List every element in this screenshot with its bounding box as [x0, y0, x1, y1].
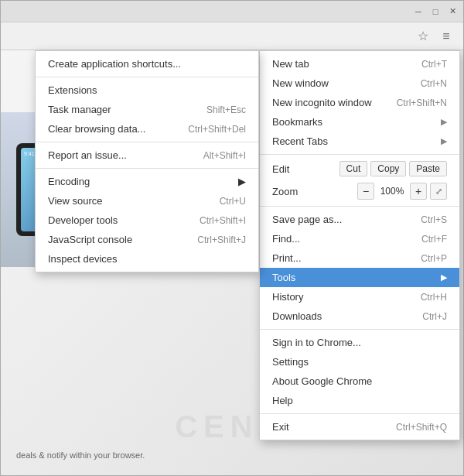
submenu-item-create-shortcuts[interactable]: Create application shortcuts...: [36, 54, 258, 74]
zoom-plus-button[interactable]: +: [410, 183, 427, 200]
submenu-item-clear-browsing[interactable]: Clear browsing data... Ctrl+Shift+Del: [36, 119, 258, 139]
menu-downloads-label: Downloads: [272, 310, 322, 322]
menu-new-incognito-shortcut: Ctrl+Shift+N: [397, 98, 447, 108]
submenu-separator-1: [36, 77, 258, 77]
copy-button[interactable]: Copy: [370, 161, 406, 176]
browser-window: ─ □ ✕ ☆ ≡ 9:41 We've Alre... The Deal. C…: [0, 0, 464, 476]
title-bar: ─ □ ✕: [1, 1, 463, 22]
bookmark-star-icon[interactable]: ☆: [412, 26, 434, 47]
menu-sep-4: [260, 413, 459, 414]
menu-item-downloads[interactable]: Downloads Ctrl+J: [260, 306, 459, 326]
menu-history-label: History: [272, 291, 303, 303]
menu-new-tab-shortcut: Ctrl+T: [421, 59, 447, 70]
submenu-item-report-issue[interactable]: Report an issue... Alt+Shift+I: [36, 146, 258, 165]
menu-print-shortcut: Ctrl+P: [421, 253, 447, 264]
menu-item-tools[interactable]: Tools ▶: [260, 268, 459, 287]
submenu-item-inspect-devices[interactable]: Inspect devices: [36, 249, 258, 269]
menu-item-find[interactable]: Find... Ctrl+F: [260, 229, 459, 248]
submenu-inspect-devices-label: Inspect devices: [48, 253, 118, 265]
menu-item-new-window[interactable]: New window Ctrl+N: [260, 74, 459, 93]
menu-sep-1: [260, 154, 459, 155]
menu-new-incognito-label: New incognito window: [272, 97, 372, 108]
menu-item-signin[interactable]: Sign in to Chrome...: [260, 333, 459, 352]
menu-item-settings[interactable]: Settings: [260, 352, 459, 372]
zoom-controls: − 100% + ⤢: [357, 183, 447, 200]
edit-row: Edit Cut Copy Paste: [260, 158, 459, 180]
menu-save-page-label: Save page as...: [272, 214, 342, 225]
menu-item-print[interactable]: Print... Ctrl+P: [260, 248, 459, 268]
main-menu: New tab Ctrl+T New window Ctrl+N New inc…: [259, 50, 460, 440]
menu-downloads-shortcut: Ctrl+J: [422, 311, 447, 322]
menu-about-label: About Google Chrome: [272, 375, 372, 387]
menu-item-help[interactable]: Help: [260, 391, 459, 410]
menu-item-save-page[interactable]: Save page as... Ctrl+S: [260, 210, 459, 229]
submenu-task-manager-label: Task manager: [48, 104, 111, 115]
menu-help-label: Help: [272, 395, 293, 406]
submenu-view-source-shortcut: Ctrl+U: [220, 196, 246, 207]
submenu-separator-3: [36, 168, 258, 169]
browser-toolbar: ☆ ≡: [1, 22, 463, 50]
menu-signin-label: Sign in to Chrome...: [272, 337, 361, 348]
menu-exit-label: Exit: [272, 421, 289, 433]
chrome-menu-icon[interactable]: ≡: [435, 26, 457, 47]
menu-tools-label: Tools: [272, 272, 295, 283]
submenu-item-extensions[interactable]: Extensions: [36, 80, 258, 100]
menu-recent-tabs-arrow: ▶: [441, 136, 447, 146]
submenu-item-task-manager[interactable]: Task manager Shift+Esc: [36, 100, 258, 119]
menu-print-label: Print...: [272, 252, 302, 264]
fullscreen-button[interactable]: ⤢: [430, 183, 447, 200]
submenu-task-manager-shortcut: Shift+Esc: [206, 104, 246, 115]
submenu-encoding-label: Encoding: [48, 176, 90, 187]
submenu-developer-tools-shortcut: Ctrl+Shift+I: [200, 215, 246, 226]
submenu-encoding-arrow: ▶: [238, 176, 246, 187]
menu-history-shortcut: Ctrl+H: [421, 292, 447, 303]
tools-submenu: Create application shortcuts... Extensio…: [35, 50, 259, 272]
menu-sep-3: [260, 329, 459, 330]
cut-button[interactable]: Cut: [339, 161, 368, 176]
submenu-extensions-label: Extensions: [48, 84, 97, 96]
menu-exit-shortcut: Ctrl+Shift+Q: [396, 422, 447, 433]
menu-item-bookmarks[interactable]: Bookmarks ▶: [260, 112, 459, 132]
menu-bookmarks-label: Bookmarks: [272, 116, 322, 128]
menu-find-shortcut: Ctrl+F: [421, 234, 447, 245]
minimize-button[interactable]: ─: [411, 4, 426, 19]
submenu-item-developer-tools[interactable]: Developer tools Ctrl+Shift+I: [36, 211, 258, 230]
menu-item-exit[interactable]: Exit Ctrl+Shift+Q: [260, 417, 459, 437]
submenu-item-js-console[interactable]: JavaScript console Ctrl+Shift+J: [36, 230, 258, 249]
submenu-item-encoding[interactable]: Encoding ▶: [36, 172, 258, 191]
page-bottom-text: deals & notify within your browser.: [16, 450, 448, 460]
menu-recent-tabs-label: Recent Tabs: [272, 135, 328, 147]
paste-button[interactable]: Paste: [409, 161, 447, 176]
submenu-clear-browsing-shortcut: Ctrl+Shift+Del: [188, 124, 246, 135]
menu-new-tab-label: New tab: [272, 58, 309, 70]
menu-item-about[interactable]: About Google Chrome: [260, 372, 459, 391]
close-button[interactable]: ✕: [445, 4, 460, 19]
submenu-view-source-label: View source: [48, 195, 103, 207]
submenu-clear-browsing-label: Clear browsing data...: [48, 123, 145, 135]
menu-find-label: Find...: [272, 233, 300, 245]
zoom-minus-button[interactable]: −: [357, 183, 374, 200]
submenu-developer-tools-label: Developer tools: [48, 214, 118, 226]
menu-tools-arrow: ▶: [441, 272, 447, 283]
menu-item-new-tab[interactable]: New tab Ctrl+T: [260, 54, 459, 74]
menu-bookmarks-arrow: ▶: [441, 117, 447, 127]
menu-item-recent-tabs[interactable]: Recent Tabs ▶: [260, 132, 459, 151]
menu-item-new-incognito[interactable]: New incognito window Ctrl+Shift+N: [260, 93, 459, 112]
zoom-label: Zoom: [272, 186, 357, 197]
maximize-button[interactable]: □: [428, 4, 443, 19]
submenu-item-view-source[interactable]: View source Ctrl+U: [36, 191, 258, 211]
submenu-report-issue-label: Report an issue...: [48, 149, 127, 161]
submenu-js-console-label: JavaScript console: [48, 234, 132, 245]
submenu-create-shortcuts-label: Create application shortcuts...: [48, 58, 181, 70]
menu-new-window-label: New window: [272, 77, 329, 89]
submenu-report-issue-shortcut: Alt+Shift+I: [203, 150, 246, 161]
menu-save-page-shortcut: Ctrl+S: [421, 214, 447, 225]
menu-new-window-shortcut: Ctrl+N: [421, 78, 447, 89]
menu-settings-label: Settings: [272, 356, 309, 368]
tablet-time: 9:41: [24, 151, 35, 156]
edit-label: Edit: [272, 163, 336, 175]
menu-sep-2: [260, 206, 459, 207]
zoom-value-display: 100%: [377, 186, 407, 197]
menu-item-history[interactable]: History Ctrl+H: [260, 287, 459, 306]
zoom-row: Zoom − 100% + ⤢: [260, 180, 459, 203]
